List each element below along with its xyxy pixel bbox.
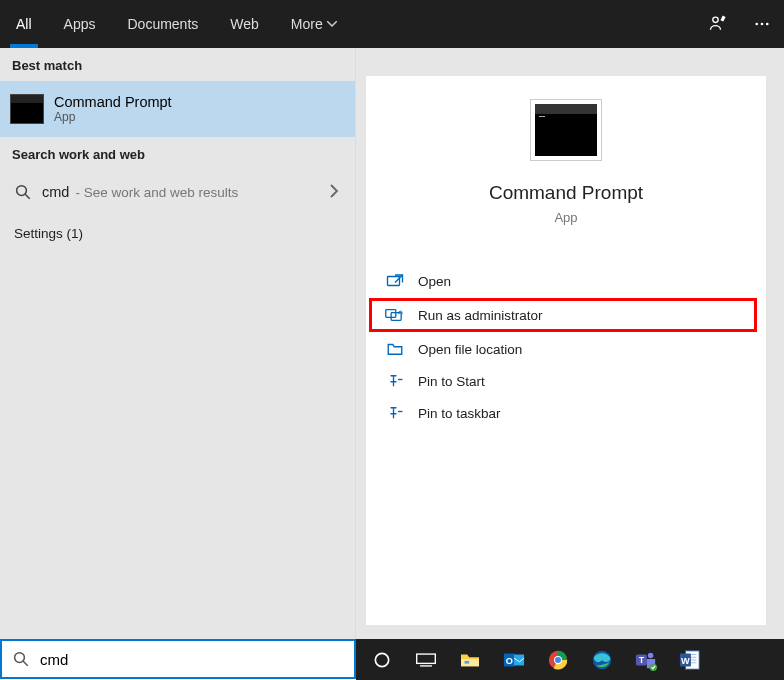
tab-all[interactable]: All — [0, 0, 48, 48]
svg-point-3 — [766, 23, 769, 26]
best-match-subtitle: App — [54, 110, 172, 124]
tab-label: Apps — [64, 16, 96, 32]
search-web-heading: Search work and web — [0, 137, 355, 170]
web-search-suggestion[interactable]: cmd - See work and web results — [0, 170, 355, 214]
action-label: Pin to Start — [418, 374, 485, 389]
action-open-file-location[interactable]: Open file location — [366, 333, 766, 365]
search-icon — [14, 183, 32, 201]
svg-rect-6 — [388, 277, 400, 286]
svg-point-0 — [713, 17, 718, 22]
command-prompt-icon — [535, 104, 597, 156]
best-match-heading: Best match — [0, 48, 355, 81]
svg-text:O: O — [506, 655, 513, 665]
tab-documents[interactable]: Documents — [111, 0, 214, 48]
action-label: Open — [418, 274, 451, 289]
svg-text:T: T — [639, 656, 644, 665]
task-view-icon[interactable] — [404, 640, 448, 680]
tab-label: Documents — [127, 16, 198, 32]
svg-rect-14 — [461, 659, 479, 666]
search-results-panel: Best match Command Prompt App Search wor… — [0, 48, 356, 639]
pin-start-icon — [384, 372, 406, 390]
tab-label: Web — [230, 16, 259, 32]
svg-line-10 — [23, 661, 28, 666]
open-icon — [384, 272, 406, 290]
chevron-down-icon — [327, 21, 337, 28]
chevron-right-icon — [329, 184, 339, 198]
action-label: Pin to taskbar — [418, 406, 501, 421]
tab-more[interactable]: More — [275, 0, 353, 48]
tab-label: All — [16, 16, 32, 32]
svg-rect-15 — [465, 660, 470, 663]
edge-icon[interactable] — [580, 640, 624, 680]
search-icon — [12, 650, 30, 668]
svg-rect-18 — [514, 654, 524, 665]
detail-card: Command Prompt App Open Run as administr… — [366, 76, 766, 625]
search-filter-tabs: All Apps Documents Web More — [0, 0, 784, 48]
action-list: Open Run as administrator Open file loca… — [366, 265, 766, 429]
svg-rect-12 — [417, 654, 436, 663]
svg-point-25 — [648, 652, 654, 658]
outlook-icon[interactable]: O — [492, 640, 536, 680]
search-suggestion-sub: - See work and web results — [75, 185, 238, 200]
best-match-result[interactable]: Command Prompt App — [0, 81, 355, 137]
action-label: Run as administrator — [418, 308, 543, 323]
best-match-title: Command Prompt — [54, 94, 172, 110]
taskbar: O T W — [356, 639, 784, 680]
tab-apps[interactable]: Apps — [48, 0, 112, 48]
svg-point-2 — [761, 23, 764, 26]
tab-label: More — [291, 16, 323, 32]
more-options-icon[interactable] — [740, 0, 784, 48]
svg-line-5 — [25, 194, 30, 199]
action-open[interactable]: Open — [366, 265, 766, 297]
chrome-icon[interactable] — [536, 640, 580, 680]
admin-shield-icon — [384, 306, 406, 324]
action-label: Open file location — [418, 342, 522, 357]
teams-icon[interactable]: T — [624, 640, 668, 680]
cortana-icon[interactable] — [360, 640, 404, 680]
word-icon[interactable]: W — [668, 640, 712, 680]
search-box[interactable] — [0, 639, 356, 679]
action-pin-to-start[interactable]: Pin to Start — [366, 365, 766, 397]
svg-text:W: W — [681, 655, 690, 665]
action-run-as-administrator[interactable]: Run as administrator — [370, 299, 756, 331]
settings-label: Settings (1) — [14, 226, 83, 241]
action-pin-to-taskbar[interactable]: Pin to taskbar — [366, 397, 766, 429]
settings-results[interactable]: Settings (1) — [0, 214, 355, 253]
command-prompt-icon — [10, 94, 44, 124]
folder-location-icon — [384, 340, 406, 358]
result-detail-panel: Command Prompt App Open Run as administr… — [356, 48, 784, 639]
detail-title: Command Prompt — [366, 182, 766, 204]
detail-subtitle: App — [366, 210, 766, 225]
svg-point-4 — [17, 186, 27, 196]
bottom-bar: O T W — [0, 639, 784, 680]
tab-web[interactable]: Web — [214, 0, 275, 48]
svg-point-1 — [755, 23, 758, 26]
file-explorer-icon[interactable] — [448, 640, 492, 680]
pin-taskbar-icon — [384, 404, 406, 422]
svg-point-21 — [555, 656, 561, 662]
search-input[interactable] — [40, 651, 344, 668]
feedback-icon[interactable] — [696, 0, 740, 48]
svg-point-9 — [15, 653, 25, 663]
svg-point-11 — [375, 653, 388, 666]
search-term: cmd — [42, 184, 69, 200]
